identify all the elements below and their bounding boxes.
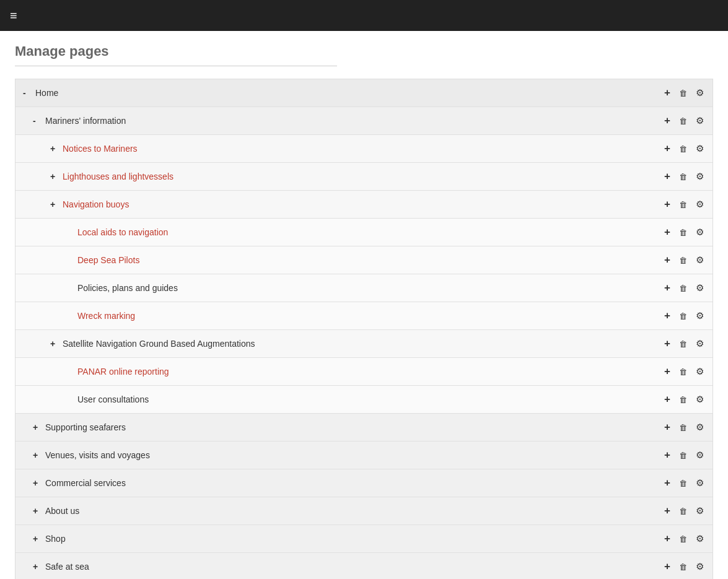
row-text-notices[interactable]: Notices to Mariners bbox=[63, 144, 138, 154]
add-btn-safe-at-sea[interactable]: + bbox=[663, 559, 672, 574]
row-text-panar[interactable]: PANAR online reporting bbox=[77, 367, 169, 377]
toggle-lighthouses[interactable]: + bbox=[50, 172, 59, 181]
toggle-notices[interactable]: + bbox=[50, 144, 59, 154]
toggle-satellite[interactable]: + bbox=[50, 339, 59, 349]
settings-btn-wreck[interactable]: ⚙ bbox=[695, 309, 705, 323]
add-btn-user-consult[interactable]: + bbox=[663, 392, 672, 407]
toggle-home[interactable]: - bbox=[23, 88, 32, 98]
add-btn-notices[interactable]: + bbox=[663, 141, 672, 156]
add-btn-deep-sea[interactable]: + bbox=[663, 253, 672, 268]
toggle-about[interactable]: + bbox=[33, 506, 42, 516]
row-text-safe-at-sea: Safe at sea bbox=[45, 562, 89, 572]
row-label-satellite: +Satellite Navigation Ground Based Augme… bbox=[50, 339, 663, 349]
row-label-notices: +Notices to Mariners bbox=[50, 144, 663, 154]
tree-row-shop: +Shop+🗑⚙ bbox=[15, 525, 713, 553]
delete-btn-panar[interactable]: 🗑 bbox=[678, 366, 688, 378]
delete-btn-shop[interactable]: 🗑 bbox=[678, 533, 688, 545]
hamburger-icon[interactable]: ≡ bbox=[10, 9, 17, 23]
add-btn-nav-buoys[interactable]: + bbox=[663, 197, 672, 212]
add-btn-policies[interactable]: + bbox=[663, 281, 672, 295]
settings-btn-commercial[interactable]: ⚙ bbox=[695, 476, 705, 490]
delete-btn-user-consult[interactable]: 🗑 bbox=[678, 394, 688, 406]
row-text-lighthouses[interactable]: Lighthouses and lightvessels bbox=[63, 172, 173, 181]
topbar: ≡ bbox=[0, 0, 728, 31]
delete-btn-deep-sea[interactable]: 🗑 bbox=[678, 255, 688, 266]
add-btn-shop[interactable]: + bbox=[663, 531, 672, 546]
toggle-nav-buoys[interactable]: + bbox=[50, 199, 59, 209]
toggle-seafarers[interactable]: + bbox=[33, 422, 42, 432]
row-label-venues: +Venues, visits and voyages bbox=[33, 450, 663, 460]
toggle-venues[interactable]: + bbox=[33, 450, 42, 460]
toggle-commercial[interactable]: + bbox=[33, 478, 42, 488]
row-text-local-aids[interactable]: Local aids to navigation bbox=[77, 227, 168, 237]
row-text-venues: Venues, visits and voyages bbox=[45, 450, 150, 460]
add-btn-venues[interactable]: + bbox=[663, 448, 672, 463]
tree-row-satellite: +Satellite Navigation Ground Based Augme… bbox=[15, 330, 713, 358]
toggle-shop[interactable]: + bbox=[33, 534, 42, 544]
row-text-shop: Shop bbox=[45, 534, 66, 544]
delete-btn-about[interactable]: 🗑 bbox=[678, 505, 688, 517]
tree-row-notices: +Notices to Mariners+🗑⚙ bbox=[15, 135, 713, 163]
row-actions-deep-sea: +🗑⚙ bbox=[663, 253, 705, 268]
add-btn-home[interactable]: + bbox=[663, 85, 672, 100]
delete-btn-local-aids[interactable]: 🗑 bbox=[678, 227, 688, 238]
settings-btn-panar[interactable]: ⚙ bbox=[695, 365, 705, 378]
delete-btn-policies[interactable]: 🗑 bbox=[678, 282, 688, 294]
delete-btn-commercial[interactable]: 🗑 bbox=[678, 477, 688, 489]
row-label-lighthouses: +Lighthouses and lightvessels bbox=[50, 172, 663, 181]
row-label-panar: PANAR online reporting bbox=[65, 367, 663, 377]
delete-btn-wreck[interactable]: 🗑 bbox=[678, 310, 688, 322]
add-btn-wreck[interactable]: + bbox=[663, 308, 672, 323]
add-btn-about[interactable]: + bbox=[663, 503, 672, 518]
row-actions-lighthouses: +🗑⚙ bbox=[663, 169, 705, 184]
row-label-shop: +Shop bbox=[33, 534, 663, 544]
settings-btn-notices[interactable]: ⚙ bbox=[695, 142, 705, 155]
settings-btn-lighthouses[interactable]: ⚙ bbox=[695, 170, 705, 183]
row-label-user-consult: User consultations bbox=[65, 394, 663, 404]
settings-btn-safe-at-sea[interactable]: ⚙ bbox=[695, 560, 705, 573]
row-label-safe-at-sea: +Safe at sea bbox=[33, 562, 663, 572]
delete-btn-safe-at-sea[interactable]: 🗑 bbox=[678, 561, 688, 573]
delete-btn-lighthouses[interactable]: 🗑 bbox=[678, 171, 688, 183]
settings-btn-home[interactable]: ⚙ bbox=[695, 86, 705, 100]
row-actions-mariners-info: +🗑⚙ bbox=[663, 113, 705, 128]
tree-row-deep-sea: Deep Sea Pilots+🗑⚙ bbox=[15, 246, 713, 274]
row-text-nav-buoys[interactable]: Navigation buoys bbox=[63, 199, 129, 209]
add-btn-local-aids[interactable]: + bbox=[663, 225, 672, 240]
delete-btn-mariners-info[interactable]: 🗑 bbox=[678, 115, 688, 127]
settings-btn-venues[interactable]: ⚙ bbox=[695, 448, 705, 462]
row-text-wreck[interactable]: Wreck marking bbox=[77, 311, 135, 321]
delete-btn-notices[interactable]: 🗑 bbox=[678, 143, 688, 155]
settings-btn-deep-sea[interactable]: ⚙ bbox=[695, 253, 705, 267]
row-actions-home: +🗑⚙ bbox=[663, 85, 705, 100]
settings-btn-about[interactable]: ⚙ bbox=[695, 504, 705, 518]
delete-btn-home[interactable]: 🗑 bbox=[678, 87, 688, 99]
delete-btn-seafarers[interactable]: 🗑 bbox=[678, 422, 688, 433]
row-actions-policies: +🗑⚙ bbox=[663, 281, 705, 295]
toggle-safe-at-sea[interactable]: + bbox=[33, 562, 42, 572]
delete-btn-satellite[interactable]: 🗑 bbox=[678, 338, 688, 350]
settings-btn-seafarers[interactable]: ⚙ bbox=[695, 420, 705, 434]
page-tree: -Home+🗑⚙-Mariners' information+🗑⚙+Notice… bbox=[15, 79, 713, 579]
delete-btn-nav-buoys[interactable]: 🗑 bbox=[678, 199, 688, 211]
settings-btn-policies[interactable]: ⚙ bbox=[695, 281, 705, 295]
add-btn-lighthouses[interactable]: + bbox=[663, 169, 672, 184]
settings-btn-shop[interactable]: ⚙ bbox=[695, 532, 705, 546]
settings-btn-mariners-info[interactable]: ⚙ bbox=[695, 114, 705, 128]
row-text-deep-sea[interactable]: Deep Sea Pilots bbox=[77, 255, 139, 265]
delete-btn-venues[interactable]: 🗑 bbox=[678, 450, 688, 461]
add-btn-seafarers[interactable]: + bbox=[663, 420, 672, 435]
settings-btn-local-aids[interactable]: ⚙ bbox=[695, 225, 705, 239]
add-btn-mariners-info[interactable]: + bbox=[663, 113, 672, 128]
row-actions-satellite: +🗑⚙ bbox=[663, 336, 705, 351]
row-text-user-consult: User consultations bbox=[77, 394, 149, 404]
add-btn-satellite[interactable]: + bbox=[663, 336, 672, 351]
add-btn-commercial[interactable]: + bbox=[663, 476, 672, 490]
settings-btn-user-consult[interactable]: ⚙ bbox=[695, 393, 705, 406]
row-label-wreck: Wreck marking bbox=[65, 311, 663, 321]
settings-btn-nav-buoys[interactable]: ⚙ bbox=[695, 198, 705, 211]
settings-btn-satellite[interactable]: ⚙ bbox=[695, 337, 705, 350]
toggle-mariners-info[interactable]: - bbox=[33, 116, 42, 126]
row-text-seafarers: Supporting seafarers bbox=[45, 422, 126, 432]
add-btn-panar[interactable]: + bbox=[663, 364, 672, 379]
